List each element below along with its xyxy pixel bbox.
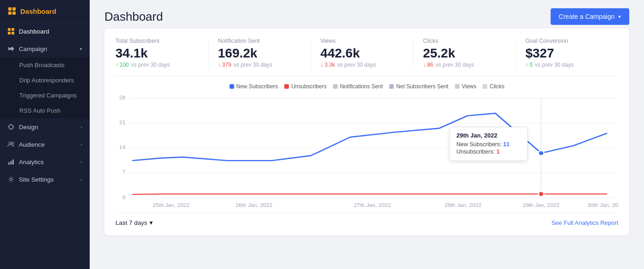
sidebar-logo[interactable]: Dashboard — [0, 0, 90, 23]
date-filter-button[interactable]: Last 7 days ▾ — [115, 219, 153, 226]
legend-dot-net-subscribers-sent — [389, 84, 394, 89]
design-label: Design — [19, 124, 38, 131]
sidebar-item-triggered-campaigns[interactable]: Triggered Campaigns — [0, 88, 90, 103]
analytics-label: Analytics — [19, 159, 44, 166]
svg-text:28: 28 — [119, 95, 126, 100]
campaign-submenu: Push Broadcasts Drip Autoresponders Trig… — [0, 57, 90, 118]
svg-rect-0 — [8, 7, 12, 11]
svg-rect-2 — [8, 11, 12, 15]
logo-icon — [7, 6, 17, 16]
stat-views: Views 442.6k ↓ 3.3k vs prev 30 days — [311, 38, 414, 68]
dashboard-icon — [7, 28, 15, 35]
svg-text:27th Jan, 2022: 27th Jan, 2022 — [354, 203, 391, 208]
campaign-icon — [7, 45, 15, 52]
svg-point-14 — [10, 178, 12, 181]
sidebar-item-drip-autoresponders[interactable]: Drip Autoresponders — [0, 73, 90, 88]
campaign-chevron: ▾ — [80, 46, 82, 52]
svg-rect-6 — [8, 32, 11, 34]
red-dot — [538, 191, 544, 196]
stat-change-0: ↑ 100 vs prev 30 days — [115, 62, 199, 68]
create-campaign-button[interactable]: Create a Campaign ▾ — [551, 8, 629, 25]
svg-rect-12 — [11, 161, 12, 165]
svg-rect-4 — [8, 28, 11, 31]
legend-notifications-sent: Notifications Sent — [333, 83, 383, 90]
stat-change-2: ↓ 3.3k vs prev 30 days — [321, 62, 404, 68]
sidebar: Dashboard Dashboard Campaign ▾ Push Broa… — [0, 0, 90, 269]
design-chevron: › — [80, 124, 82, 130]
svg-rect-13 — [12, 160, 14, 165]
sidebar-item-push-broadcasts[interactable]: Push Broadcasts — [0, 57, 90, 73]
svg-text:14: 14 — [119, 145, 126, 150]
legend-views: Views — [455, 83, 477, 90]
audience-icon — [7, 141, 15, 148]
sidebar-item-site-settings[interactable]: Site Settings › — [0, 171, 90, 188]
legend-dot-new-subscribers — [230, 84, 234, 89]
stat-total-subscribers: Total Subscribers 34.1k ↑ 100 vs prev 30… — [115, 38, 209, 68]
blue-line — [132, 113, 607, 160]
settings-icon — [7, 176, 15, 183]
sidebar-item-audience[interactable]: Audience › — [0, 136, 90, 153]
svg-text:29th Jan, 2022: 29th Jan, 2022 — [523, 203, 559, 208]
svg-text:25th Jan, 2022: 25th Jan, 2022 — [153, 203, 190, 208]
sidebar-item-analytics[interactable]: Analytics › — [0, 153, 90, 171]
stat-goal-conversion: Goal Conversion $327 ↑ 0 vs prev 30 days — [516, 38, 618, 68]
chart-area: 28 21 14 7 0 25th Jan, 2022 26th Jan, 20… — [115, 93, 618, 213]
sidebar-item-dashboard[interactable]: Dashboard — [0, 23, 90, 40]
see-full-analytics-link[interactable]: See Full Analytics Report — [552, 219, 618, 226]
top-bar: Dashboard Create a Campaign ▾ — [90, 0, 644, 29]
sidebar-item-design[interactable]: Design › — [0, 118, 90, 136]
svg-text:7: 7 — [122, 170, 126, 175]
audience-chevron: › — [80, 142, 82, 147]
svg-text:21: 21 — [119, 120, 126, 125]
chart-legend: New Subscribers Unsubscribers Notificati… — [115, 83, 618, 90]
svg-rect-1 — [12, 7, 16, 11]
create-btn-chevron: ▾ — [618, 14, 621, 20]
stat-change-1: ↓ 379 vs prev 30 days — [218, 62, 302, 68]
analytics-icon — [7, 158, 15, 166]
design-icon — [7, 123, 15, 131]
legend-dot-clicks — [483, 84, 487, 89]
stat-change-4: ↑ 0 vs prev 30 days — [525, 62, 609, 68]
svg-rect-5 — [12, 28, 14, 31]
arrow-down-3: ↓ — [423, 62, 426, 68]
svg-point-10 — [12, 142, 14, 144]
date-filter-chevron: ▾ — [150, 219, 153, 226]
svg-rect-11 — [8, 162, 10, 165]
dashboard-label: Dashboard — [19, 28, 49, 35]
svg-rect-3 — [12, 11, 16, 15]
stat-clicks: Clicks 25.2k ↓ 86 vs prev 30 days — [414, 38, 516, 68]
arrow-down-2: ↓ — [321, 62, 323, 68]
arrow-up-0: ↑ — [115, 62, 118, 68]
site-settings-label: Site Settings — [19, 176, 54, 183]
legend-dot-unsubscribers — [284, 84, 289, 89]
site-settings-chevron: › — [80, 177, 82, 182]
legend-clicks: Clicks — [483, 83, 504, 90]
svg-text:28th Jan, 2022: 28th Jan, 2022 — [444, 203, 481, 208]
page-title: Dashboard — [104, 10, 163, 24]
stats-row: Total Subscribers 34.1k ↑ 100 vs prev 30… — [115, 38, 618, 76]
arrow-down-1: ↓ — [218, 62, 221, 68]
dashboard-card: Total Subscribers 34.1k ↑ 100 vs prev 30… — [104, 29, 629, 235]
chart-svg: 28 21 14 7 0 25th Jan, 2022 26th Jan, 20… — [115, 93, 618, 213]
arrow-up-4: ↑ — [525, 62, 528, 68]
sidebar-item-campaign[interactable]: Campaign ▾ — [0, 40, 90, 57]
legend-net-subscribers-sent: Net Subscribers Sent — [389, 83, 448, 90]
bottom-bar: Last 7 days ▾ See Full Analytics Report — [115, 213, 618, 226]
svg-text:0: 0 — [122, 195, 126, 200]
sidebar-item-rss-auto-push[interactable]: RSS Auto Push — [0, 103, 90, 118]
legend-new-subscribers: New Subscribers — [230, 83, 278, 90]
svg-point-9 — [9, 142, 12, 144]
legend-dot-notifications-sent — [333, 84, 338, 89]
blue-dot — [538, 151, 544, 156]
main-content: Dashboard Create a Campaign ▾ Total Subs… — [90, 0, 644, 269]
legend-dot-views — [455, 84, 460, 89]
svg-text:26th Jan, 2022: 26th Jan, 2022 — [236, 203, 272, 208]
stat-notification-sent: Notification Sent 169.2k ↓ 379 vs prev 3… — [209, 38, 311, 68]
red-line — [132, 194, 607, 195]
analytics-chevron: › — [80, 159, 82, 165]
campaign-label: Campaign — [19, 46, 47, 52]
svg-text:30th Jan, 2022: 30th Jan, 2022 — [587, 203, 618, 208]
logo-text: Dashboard — [20, 7, 56, 15]
legend-unsubscribers: Unsubscribers — [284, 83, 327, 90]
svg-rect-7 — [12, 32, 14, 34]
